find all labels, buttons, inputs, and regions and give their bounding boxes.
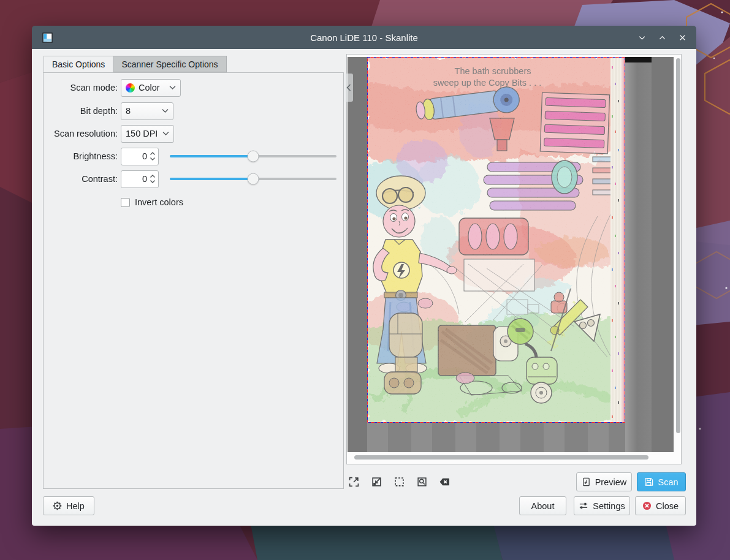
window-title: Canon LiDE 110 - Skanlite (32, 32, 696, 43)
brightness-slider[interactable] (170, 148, 336, 165)
brightness-label: Brightness: (44, 151, 118, 161)
slider-handle[interactable] (248, 173, 259, 185)
slider-fill (170, 178, 253, 180)
chevron-left-icon (346, 84, 351, 91)
tab-scanner-specific-options[interactable]: Scanner Specific Options (113, 56, 226, 72)
zoom-fit-best-icon[interactable] (414, 473, 430, 490)
scan-mode-row: Scan mode: Color (44, 78, 343, 97)
close-button-label: Close (656, 501, 679, 511)
preview-button[interactable]: Preview (576, 472, 632, 491)
clear-selections-icon[interactable] (436, 473, 452, 490)
scan-edge-shadow (625, 57, 652, 62)
about-button-label: About (531, 501, 555, 511)
scan-page-art: The bath scrubbers sweep up the Copy Bit… (367, 57, 625, 423)
options-tabbar: Basic Options Scanner Specific Options (44, 56, 227, 72)
about-button[interactable]: About (519, 496, 566, 515)
scan-button[interactable]: Scan (637, 472, 686, 491)
zoom-out-icon[interactable] (368, 473, 384, 490)
slider-handle[interactable] (248, 151, 259, 162)
titlebar[interactable]: Canon LiDE 110 - Skanlite (32, 26, 696, 49)
help-wheel-icon (53, 501, 62, 510)
configure-sliders-icon (579, 501, 588, 510)
brightness-value: 0 (142, 151, 149, 161)
contrast-value: 0 (142, 174, 149, 184)
help-button-label: Help (66, 501, 85, 511)
maximize-icon[interactable] (657, 32, 667, 43)
document-preview-icon (582, 477, 591, 486)
scanner-bed-bottom (367, 423, 625, 452)
contrast-row: Contrast: 0 (44, 170, 343, 188)
invert-colors-label: Invert colors (135, 197, 183, 207)
zoom-to-selection-icon[interactable] (391, 473, 407, 490)
contrast-spinbox[interactable]: 0 (121, 170, 159, 188)
preview-button-label: Preview (595, 477, 627, 487)
bit-depth-value: 8 (126, 106, 131, 116)
chevron-down-icon (169, 85, 176, 90)
scan-mode-select[interactable]: Color (121, 79, 181, 97)
scan-mode-label: Scan mode: (44, 83, 118, 93)
scan-button-label: Scan (658, 477, 678, 487)
chevron-down-icon (162, 108, 169, 113)
bit-depth-row: Bit depth: 8 (44, 102, 343, 120)
preview-horizontal-scrollbar[interactable] (353, 455, 673, 460)
close-window-icon[interactable] (677, 32, 688, 43)
settings-button[interactable]: Settings (574, 496, 630, 515)
scanned-image[interactable]: The bath scrubbers sweep up the Copy Bit… (367, 57, 652, 452)
brightness-spinbox[interactable]: 0 (121, 148, 159, 165)
color-wheel-icon (126, 83, 135, 93)
basic-options-panel: Scan mode: Color Bit depth: 8 Scan (43, 72, 344, 489)
preview-frame: The bath scrubbers sweep up the Copy Bit… (346, 54, 682, 464)
horizontal-scroll-thumb[interactable] (354, 455, 648, 460)
zoom-toolbar (346, 473, 452, 490)
zoom-in-icon[interactable] (346, 473, 362, 490)
contrast-label: Contrast: (44, 174, 118, 184)
close-button[interactable]: Close (635, 496, 686, 515)
dialog-close-red-icon (642, 501, 652, 510)
save-floppy-icon (644, 477, 653, 486)
panel-collapse-handle[interactable] (344, 74, 353, 102)
preview-vertical-scrollbar[interactable] (675, 57, 681, 452)
spin-arrows-icon[interactable] (149, 150, 156, 162)
help-button[interactable]: Help (43, 496, 94, 515)
spin-arrows-icon[interactable] (149, 173, 156, 185)
invert-colors-row: Invert colors (121, 193, 183, 211)
scan-mode-value: Color (139, 83, 160, 93)
scanner-bed-right (625, 62, 652, 452)
tab-basic-options[interactable]: Basic Options (44, 56, 113, 72)
bit-depth-select[interactable]: 8 (121, 102, 173, 120)
bit-depth-label: Bit depth: (44, 106, 118, 116)
preview-viewport[interactable]: The bath scrubbers sweep up the Copy Bit… (348, 57, 674, 452)
resolution-label: Scan resolution: (44, 129, 118, 138)
window-body: Basic Options Scanner Specific Options S… (32, 49, 696, 526)
settings-button-label: Settings (593, 501, 625, 511)
slider-fill (170, 155, 253, 157)
contrast-slider[interactable] (170, 170, 336, 188)
brightness-row: Brightness: 0 (44, 147, 343, 165)
desktop: Canon LiDE 110 - Skanlite Basic Options … (0, 0, 730, 560)
chevron-down-icon (162, 131, 169, 136)
resolution-row: Scan resolution: 150 DPI (44, 124, 343, 143)
vertical-scroll-thumb[interactable] (676, 58, 680, 433)
invert-colors-checkbox[interactable] (121, 198, 130, 207)
skanlite-window: Canon LiDE 110 - Skanlite Basic Options … (32, 26, 696, 526)
resolution-select[interactable]: 150 DPI (121, 125, 174, 143)
minimize-icon[interactable] (637, 32, 647, 43)
resolution-value: 150 DPI (126, 129, 158, 138)
